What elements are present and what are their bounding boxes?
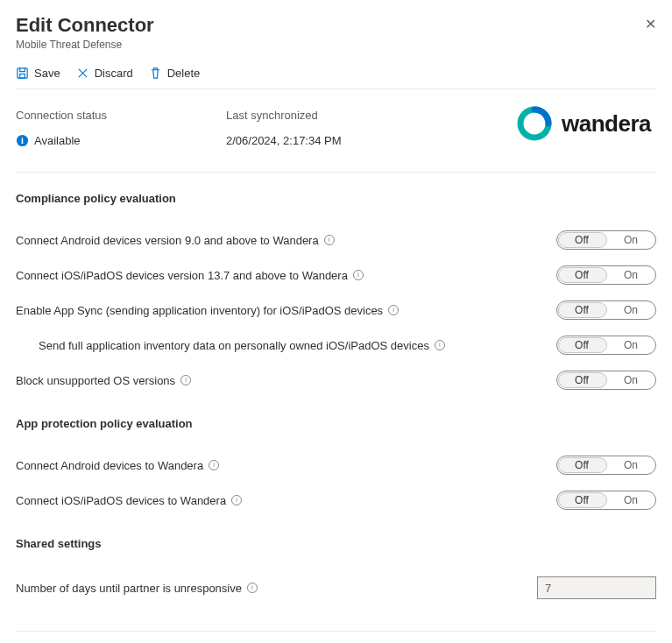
close-button[interactable]: ✕ (645, 18, 656, 32)
toggle-switch[interactable]: OffOn (556, 371, 656, 390)
connection-status-label: Connection status (16, 109, 226, 122)
app-protection-section-title: App protection policy evaluation (16, 417, 656, 430)
toggle-off-label: Off (557, 339, 606, 351)
delete-icon (149, 67, 162, 80)
info-icon[interactable]: i (180, 375, 191, 385)
svg-text:i: i (21, 136, 24, 145)
toggle-off-label: Off (557, 269, 606, 281)
toggle-on-label: On (606, 459, 655, 471)
setting-row: Connect Android devices version 9.0 and … (16, 223, 656, 258)
shared-settings-section: Shared settings Number of days until par… (16, 537, 656, 615)
toggle-off-label: Off (557, 459, 606, 471)
last-sync-value: 2/06/2024, 2:17:34 PM (226, 134, 436, 147)
info-icon[interactable]: i (209, 460, 219, 470)
setting-label: Block unsupported OS versionsi (16, 374, 191, 387)
info-icon[interactable]: i (324, 235, 335, 245)
setting-row: Send full application inventory data on … (16, 328, 656, 363)
info-icon[interactable]: i (247, 583, 258, 593)
svg-rect-0 (18, 68, 27, 78)
setting-label: Connect Android devices to Wanderai (16, 459, 219, 472)
discard-label: Discard (95, 67, 133, 80)
panel-header: Edit Connector Mobile Threat Defense ✕ (16, 14, 656, 51)
toggle-on-label: On (606, 234, 655, 246)
toggle-off-label: Off (557, 234, 606, 246)
save-button[interactable]: Save (16, 67, 60, 80)
toggle-on-label: On (606, 374, 655, 386)
close-icon: ✕ (645, 17, 656, 32)
panel-title: Edit Connector (16, 14, 656, 37)
setting-row: Connect iOS/iPadOS devices to WanderaiOf… (16, 483, 656, 518)
vendor-brand: wandera (516, 105, 651, 142)
info-icon[interactable]: i (435, 340, 445, 350)
toggle-on-label: On (606, 269, 655, 281)
vendor-brand-name: wandera (562, 110, 651, 138)
setting-label: Connect iOS/iPadOS devices to Wanderai (16, 494, 242, 507)
toolbar: Save Discard Delete (16, 60, 656, 89)
setting-label-text: Connect Android devices to Wandera (16, 459, 203, 472)
setting-label-text: Block unsupported OS versions (16, 374, 175, 387)
toggle-switch[interactable]: OffOn (556, 230, 656, 250)
last-sync-label: Last synchronized (226, 109, 436, 122)
days-unresponsive-text: Number of days until partner is unrespon… (16, 582, 242, 595)
setting-label-text: Enable App Sync (sending application inv… (16, 304, 383, 317)
setting-row: Connect iOS/iPadOS devices version 13.7 … (16, 258, 656, 293)
setting-label-text: Connect iOS/iPadOS devices version 13.7 … (16, 269, 348, 282)
save-label: Save (34, 67, 60, 80)
delete-button[interactable]: Delete (149, 67, 201, 80)
info-icon[interactable]: i (388, 305, 399, 315)
app-protection-section: App protection policy evaluation Connect… (16, 417, 656, 518)
discard-button[interactable]: Discard (76, 67, 133, 80)
toggle-switch[interactable]: OffOn (556, 491, 656, 510)
divider (16, 631, 656, 632)
info-icon[interactable]: i (353, 270, 364, 280)
setting-row: Connect Android devices to WanderaiOffOn (16, 448, 656, 483)
toggle-switch[interactable]: OffOn (556, 336, 656, 355)
setting-label-text: Connect iOS/iPadOS devices to Wandera (16, 494, 226, 507)
setting-row: Block unsupported OS versionsiOffOn (16, 363, 656, 398)
days-unresponsive-input[interactable] (537, 576, 656, 599)
panel-subtitle: Mobile Threat Defense (16, 39, 656, 51)
setting-row: Enable App Sync (sending application inv… (16, 293, 656, 328)
toggle-on-label: On (606, 339, 655, 351)
setting-label: Connect Android devices version 9.0 and … (16, 234, 335, 247)
setting-label: Send full application inventory data on … (16, 339, 445, 352)
toggle-off-label: Off (557, 374, 606, 386)
last-sync-col: Last synchronized 2/06/2024, 2:17:34 PM (226, 109, 436, 147)
setting-label-text: Send full application inventory data on … (39, 339, 429, 352)
days-unresponsive-label: Number of days until partner is unrespon… (16, 582, 258, 595)
discard-icon (76, 67, 89, 80)
compliance-section: Compliance policy evaluation Connect And… (16, 192, 656, 398)
info-icon[interactable]: i (231, 495, 242, 505)
svg-rect-1 (20, 74, 25, 78)
toggle-switch[interactable]: OffOn (556, 265, 656, 285)
shared-settings-title: Shared settings (16, 537, 656, 550)
toggle-off-label: Off (557, 494, 606, 506)
toggle-switch[interactable]: OffOn (556, 456, 656, 475)
connection-status-value: i Available (16, 134, 226, 147)
connection-status-col: Connection status i Available (16, 109, 226, 147)
delete-label: Delete (167, 67, 201, 80)
setting-label-text: Connect Android devices version 9.0 and … (16, 234, 319, 247)
connection-status-text: Available (34, 134, 81, 147)
days-unresponsive-row: Number of days until partner is unrespon… (16, 568, 656, 615)
toggle-off-label: Off (557, 304, 606, 316)
wandera-logo-icon (516, 105, 553, 142)
toggle-on-label: On (606, 304, 655, 316)
compliance-section-title: Compliance policy evaluation (16, 192, 656, 205)
save-icon (16, 67, 29, 80)
toggle-switch[interactable]: OffOn (556, 300, 656, 320)
info-status-icon: i (16, 134, 29, 147)
setting-label: Connect iOS/iPadOS devices version 13.7 … (16, 269, 364, 282)
toggle-on-label: On (606, 494, 655, 506)
setting-label: Enable App Sync (sending application inv… (16, 304, 399, 317)
status-row: Connection status i Available Last synch… (16, 89, 656, 173)
